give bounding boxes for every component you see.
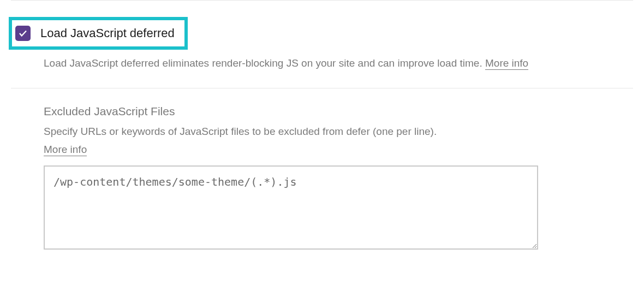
load-deferred-checkbox[interactable] xyxy=(15,26,31,41)
excluded-files-title: Excluded JavaScript Files xyxy=(44,105,633,118)
settings-panel: Load JavaScript deferred Load JavaScript… xyxy=(0,0,644,252)
load-deferred-label: Load JavaScript deferred xyxy=(40,26,175,40)
load-deferred-description-text: Load JavaScript deferred eliminates rend… xyxy=(44,57,485,69)
excluded-files-textarea[interactable] xyxy=(44,165,538,250)
highlight-annotation-box: Load JavaScript deferred xyxy=(9,17,188,50)
load-deferred-description: Load JavaScript deferred eliminates rend… xyxy=(11,55,633,72)
excluded-files-more-info-wrap: More info xyxy=(44,144,633,156)
section-load-js-deferred: Load JavaScript deferred Load JavaScript… xyxy=(11,1,633,88)
more-info-link-2[interactable]: More info xyxy=(44,144,87,156)
excluded-files-description: Specify URLs or keywords of JavaScript f… xyxy=(44,123,633,140)
section-excluded-files: Excluded JavaScript Files Specify URLs o… xyxy=(11,88,633,251)
more-info-link-1[interactable]: More info xyxy=(485,57,528,70)
checkmark-icon xyxy=(18,28,28,38)
excluded-files-textarea-wrap xyxy=(44,165,633,252)
